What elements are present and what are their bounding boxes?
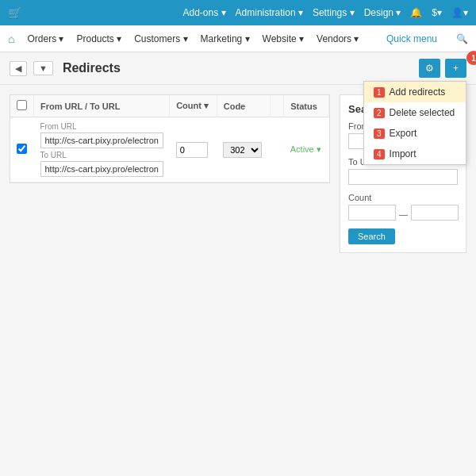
search-button[interactable]: Search [348, 228, 395, 244]
redirects-table: From URL / To URL Count ▾ Code Status [10, 95, 329, 182]
add-redirects-label: Add redirects [390, 86, 446, 98]
status-badge[interactable]: Active ▾ [290, 144, 321, 154]
top-nav-right: Add-ons ▾ Administration ▾ Settings ▾ De… [183, 7, 468, 18]
secondary-nav: ⌂ Orders ▾ Products ▾ Customers ▾ Market… [0, 25, 476, 52]
checkbox-header [10, 95, 34, 117]
code-column-header: Code [217, 95, 270, 117]
status-column-header: Status [284, 95, 329, 117]
annotation-label-2: 2 [374, 108, 385, 118]
url-column-header: From URL / To URL [34, 95, 170, 117]
import-label: Import [390, 148, 416, 159]
marketing-menu[interactable]: Marketing ▾ [201, 33, 250, 44]
row-checkbox[interactable] [17, 144, 27, 154]
spacer-header [270, 95, 284, 117]
to-url-input[interactable] [40, 161, 163, 177]
website-menu[interactable]: Website ▾ [263, 33, 304, 44]
import-menu-item[interactable]: 4 Import [364, 144, 466, 164]
top-nav-left: 🛒 [8, 6, 21, 19]
annotation-1: 1 [466, 51, 476, 65]
table-row: From URL To URL 301 302 [10, 117, 329, 182]
addons-menu[interactable]: Add-ons ▾ [183, 7, 226, 18]
administration-menu[interactable]: Administration ▾ [236, 7, 303, 18]
add-button[interactable]: + [445, 59, 466, 78]
code-cell: 301 302 [217, 117, 270, 182]
count-column-header[interactable]: Count ▾ [170, 95, 217, 117]
add-redirects-menu-item[interactable]: 1 Add redirects [364, 82, 466, 102]
products-menu[interactable]: Products ▾ [76, 33, 121, 44]
select-all-checkbox[interactable] [17, 100, 27, 110]
count-input[interactable] [176, 142, 208, 158]
vendors-menu[interactable]: Vendors ▾ [317, 33, 359, 44]
export-menu-item[interactable]: 3 Export [364, 123, 466, 144]
header-actions: 1 ⚙ + 1 Add redirects 2 Delete selected … [419, 59, 466, 78]
spacer-cell [270, 117, 284, 182]
count-to-input[interactable] [411, 205, 459, 221]
table-section: From URL / To URL Count ▾ Code Status [10, 94, 330, 253]
row-checkbox-cell [10, 117, 34, 182]
annotation-label-1: 1 [374, 87, 385, 98]
status-cell: Active ▾ [284, 117, 329, 182]
page-title: Redirects [63, 61, 121, 75]
url-cell: From URL To URL [34, 117, 170, 182]
orders-menu[interactable]: Orders ▾ [27, 33, 63, 44]
search-icon[interactable]: 🔍 [456, 33, 468, 44]
customers-menu[interactable]: Customers ▾ [134, 33, 187, 44]
forward-button[interactable]: ▼ [33, 61, 53, 75]
design-menu[interactable]: Design ▾ [364, 7, 401, 18]
range-separator: — [399, 209, 408, 219]
table-header-row: From URL / To URL Count ▾ Code Status [10, 95, 329, 117]
user-menu[interactable]: 👤▾ [451, 7, 468, 18]
annotation-label-4: 4 [374, 149, 385, 159]
back-button[interactable]: ◀ [10, 61, 27, 76]
count-from-input[interactable] [348, 205, 396, 221]
count-range: — [348, 205, 458, 224]
actions-dropdown-button[interactable]: ⚙ [419, 59, 440, 78]
dropdown-menu: 1 Add redirects 2 Delete selected 3 Expo… [363, 81, 466, 165]
delete-selected-menu-item[interactable]: 2 Delete selected [364, 102, 466, 123]
settings-menu[interactable]: Settings ▾ [313, 7, 355, 18]
cart-icon: 🛒 [8, 6, 21, 19]
bell-icon[interactable]: 🔔 [410, 7, 422, 18]
annotation-label-3: 3 [374, 129, 385, 139]
quick-menu-link[interactable]: Quick menu [386, 33, 437, 44]
from-url-label: From URL [40, 122, 163, 131]
dollar-menu[interactable]: $▾ [432, 7, 442, 18]
home-icon[interactable]: ⌂ [8, 33, 14, 45]
export-label: Export [390, 128, 417, 139]
delete-selected-label: Delete selected [390, 107, 455, 118]
to-url-search-input[interactable] [348, 169, 458, 185]
from-url-input[interactable] [40, 132, 163, 148]
table-wrapper: From URL / To URL Count ▾ Code Status [10, 94, 330, 183]
top-nav: 🛒 Add-ons ▾ Administration ▾ Settings ▾ … [0, 0, 476, 25]
code-select[interactable]: 301 302 [223, 142, 262, 158]
page-header: ◀ ▼ Redirects 1 ⚙ + 1 Add redirects 2 De… [0, 52, 476, 85]
count-cell [170, 117, 217, 182]
to-url-label: To URL [40, 151, 163, 159]
count-search-label: Count [348, 193, 458, 202]
